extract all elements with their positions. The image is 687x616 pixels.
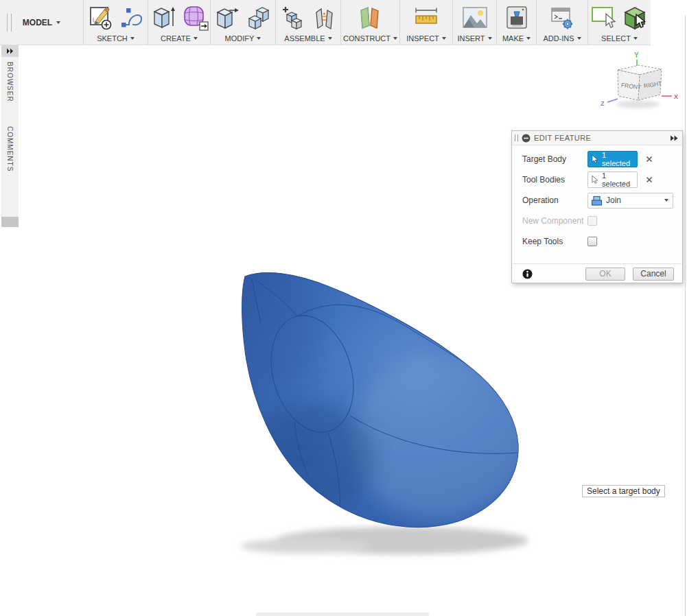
form-button[interactable] [182,4,209,32]
collapse-dialog-icon[interactable] [522,134,531,143]
assemble-menu[interactable]: ASSEMBLE [284,33,331,44]
operation-value: Join [606,196,621,205]
press-pull-icon [213,4,241,32]
close-icon [646,156,653,163]
clear-tool-bodies-button[interactable] [646,176,653,183]
workspace-label: MODEL [23,18,52,27]
field-label: Keep Tools [522,237,587,246]
clear-target-body-button[interactable] [646,156,653,163]
create-sketch-button[interactable] [88,4,114,32]
dialog-grip-icon[interactable] [515,134,518,141]
toolbar-group-create: CREATE [148,0,211,45]
spline-icon [119,5,143,31]
toolbar-group-label: ADD-INS [543,34,574,43]
press-pull-button[interactable] [213,4,241,32]
toolbar-grip-icon[interactable] [7,14,12,32]
toolbar-group-label: MODIFY [225,34,255,43]
print-3d-button[interactable] [503,4,531,32]
toolbar-group-make: MAKE [497,0,537,45]
model-body[interactable] [233,266,528,528]
scripts-addins-button[interactable] [548,4,576,32]
fusion360-window: MODEL [0,0,687,616]
construct-menu[interactable]: CONSTRUCT [343,33,397,44]
print-3d-icon [503,4,531,32]
sketch-menu[interactable]: SKETCH [97,33,135,44]
tool-bodies-selection-button[interactable]: 1 selected [587,171,638,188]
chevron-down-icon [328,37,332,40]
close-icon [646,176,653,183]
chevron-down-icon [257,37,261,40]
workspace-switcher[interactable]: MODEL [0,0,84,45]
info-icon[interactable] [522,269,533,279]
toolbar-group-label: SELECT [601,34,631,43]
left-panel-scroll-block[interactable] [1,217,19,227]
new-component-button[interactable] [280,4,307,32]
toolbar-group-label: SKETCH [97,34,128,43]
inspect-menu[interactable]: INSPECT [406,33,446,44]
new-component-icon [280,4,307,32]
modify-menu[interactable]: MODIFY [225,33,261,44]
make-menu[interactable]: MAKE [502,33,531,44]
toolbar-group-label: ASSEMBLE [284,34,325,43]
operation-dropdown[interactable]: Join [587,193,673,209]
toolbar-group-modify: MODIFY [211,0,276,45]
ok-button[interactable]: OK [585,268,625,281]
combine-icon [246,4,273,32]
form-icon [182,4,209,32]
axis-z-line [607,99,618,102]
insert-image-icon [461,5,489,31]
measure-button[interactable] [412,4,440,32]
selection-count: 1 selected [602,151,633,167]
target-body-selection-button[interactable]: 1 selected [587,151,638,167]
chevron-down-icon [664,199,668,202]
expand-browser-button[interactable] [1,45,19,57]
dialog-row-operation: Operation Join [512,190,682,211]
window-select-button[interactable] [590,4,616,32]
measure-icon [412,4,440,32]
workspace-menu-button[interactable]: MODEL [23,0,60,45]
model-ground-shadow [240,527,528,554]
keep-tools-checkbox[interactable] [587,237,597,246]
combine-button[interactable] [246,4,273,32]
select-cube-icon [621,4,649,32]
toolbar-group-addins: ADD-INS [537,0,588,45]
viewcube-shadow [616,100,660,108]
toolbar-group-label: CONSTRUCT [343,34,391,43]
dialog-header[interactable]: EDIT FEATURE [512,131,682,145]
dialog-row-new-component: New Component [512,211,682,231]
joint-icon [312,4,337,32]
axis-y-label: Y [634,51,639,59]
addins-menu[interactable]: ADD-INS [543,33,581,44]
sidebar-tab-comments[interactable]: COMMENTS [6,126,14,171]
primitive-box-button[interactable] [150,4,177,32]
chevron-down-icon [577,37,581,40]
field-label: New Component [522,216,587,226]
join-operation-icon [591,195,603,206]
joint-button[interactable] [312,4,337,32]
select-menu[interactable]: SELECT [601,33,638,44]
dialog-title: EDIT FEATURE [534,134,670,142]
select-cube-button[interactable] [621,4,649,32]
scripts-icon [548,4,576,32]
chevron-down-icon [393,37,397,40]
axis-z-label: Z [601,100,605,107]
right-window-edge [685,15,686,616]
chevron-down-icon [488,37,492,40]
sidebar-tab-browser[interactable]: BROWSER [6,62,14,102]
insert-menu[interactable]: INSERT [457,33,491,44]
viewcube[interactable]: Y FRONT RIGHT X Z [598,47,684,115]
spline-button[interactable] [119,5,143,31]
create-menu[interactable]: CREATE [161,33,198,44]
toolbar-group-sketch: SKETCH [84,0,148,45]
toolbar-group-assemble: ASSEMBLE [276,0,341,45]
chevron-down-icon [442,37,446,40]
cancel-button[interactable]: Cancel [633,268,674,281]
construction-plane-button[interactable] [357,4,384,32]
dock-right-icon[interactable] [670,135,678,141]
chevron-down-icon [56,21,60,24]
model-viewport [233,266,535,561]
field-label: Operation [522,196,587,205]
insert-image-button[interactable] [461,5,489,31]
construction-plane-icon [357,4,384,32]
toolbar-group-label: MAKE [502,34,524,43]
